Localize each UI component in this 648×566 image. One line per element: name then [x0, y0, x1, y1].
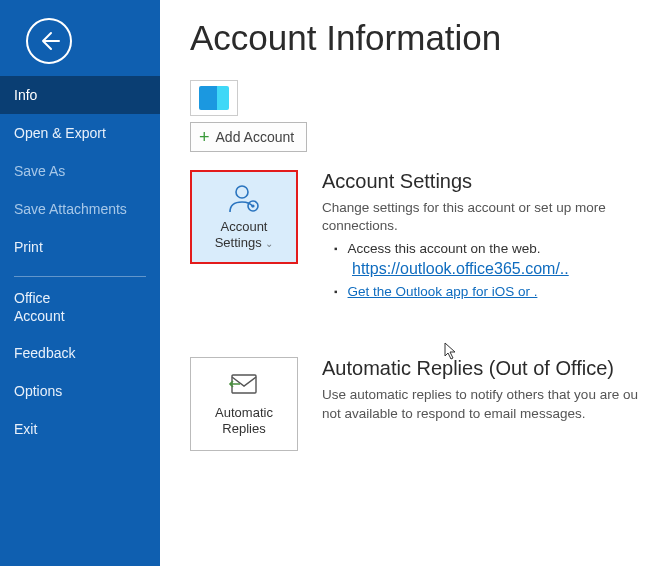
auto-reply-icon [228, 371, 260, 399]
button-label-line1: Automatic [215, 405, 273, 420]
button-label-line2: Replies [222, 421, 265, 436]
auto-replies-section: Automatic Replies Automatic Replies (Out… [190, 357, 648, 451]
sidebar-item-save-as[interactable]: Save As [0, 152, 160, 190]
account-selector-row [190, 80, 648, 116]
account-settings-button[interactable]: Account Settings ⌄ [190, 170, 298, 264]
back-arrow-icon [37, 29, 61, 53]
sidebar-item-label: Save As [14, 163, 65, 179]
sidebar-item-feedback[interactable]: Feedback [0, 334, 160, 372]
add-account-label: Add Account [216, 129, 295, 145]
list-item: Access this account on the web. [322, 241, 642, 256]
sidebar-item-save-attachments[interactable]: Save Attachments [0, 190, 160, 228]
sidebar-item-label: Options [14, 383, 62, 399]
sidebar-item-label: Info [14, 87, 37, 103]
list-item: Get the Outlook app for iOS or . [322, 284, 642, 299]
automatic-replies-button[interactable]: Automatic Replies [190, 357, 298, 451]
sidebar-item-label: Office Account [14, 290, 65, 324]
add-account-button[interactable]: + Add Account [190, 122, 307, 152]
sidebar-item-open-export[interactable]: Open & Export [0, 114, 160, 152]
account-icon[interactable] [190, 80, 238, 116]
sidebar-divider [14, 276, 146, 277]
sidebar-item-office-account[interactable]: Office Account [0, 281, 160, 334]
page-title: Account Information [190, 18, 648, 58]
sidebar-item-options[interactable]: Options [0, 372, 160, 410]
sidebar-item-label: Save Attachments [14, 201, 127, 217]
back-button[interactable] [26, 18, 72, 64]
section-description: Change settings for this account or set … [322, 199, 642, 235]
chevron-down-icon: ⌄ [265, 238, 273, 249]
main-panel: Account Information + Add Account Accoun… [160, 0, 648, 566]
auto-replies-text: Automatic Replies (Out of Office) Use au… [322, 357, 648, 451]
plus-icon: + [199, 128, 210, 146]
button-label-line2: Settings [215, 235, 262, 250]
sidebar-item-label: Print [14, 239, 43, 255]
sidebar-item-print[interactable]: Print [0, 228, 160, 266]
section-heading: Account Settings [322, 170, 642, 193]
section-description: Use automatic replies to notify others t… [322, 386, 642, 422]
sidebar-item-exit[interactable]: Exit [0, 410, 160, 448]
owa-link[interactable]: https://outlook.office365.com/.. [352, 260, 569, 277]
outlook-app-link[interactable]: Get the Outlook app for iOS or . [348, 284, 538, 299]
svg-point-2 [251, 204, 254, 207]
account-settings-section: Account Settings ⌄ Account Settings Chan… [190, 170, 648, 303]
button-label-line1: Account [221, 219, 268, 234]
svg-point-0 [236, 186, 248, 198]
sidebar-item-label: Exit [14, 421, 37, 437]
section-heading: Automatic Replies (Out of Office) [322, 357, 642, 380]
bullet-text: Access this account on the web. [348, 241, 541, 256]
person-gear-icon [226, 183, 262, 213]
account-settings-text: Account Settings Change settings for thi… [322, 170, 648, 303]
sidebar-item-label: Feedback [14, 345, 75, 361]
exchange-icon [199, 86, 229, 110]
sidebar-item-info[interactable]: Info [0, 76, 160, 114]
sidebar-item-label: Open & Export [14, 125, 106, 141]
backstage-sidebar: Info Open & Export Save As Save Attachme… [0, 0, 160, 566]
